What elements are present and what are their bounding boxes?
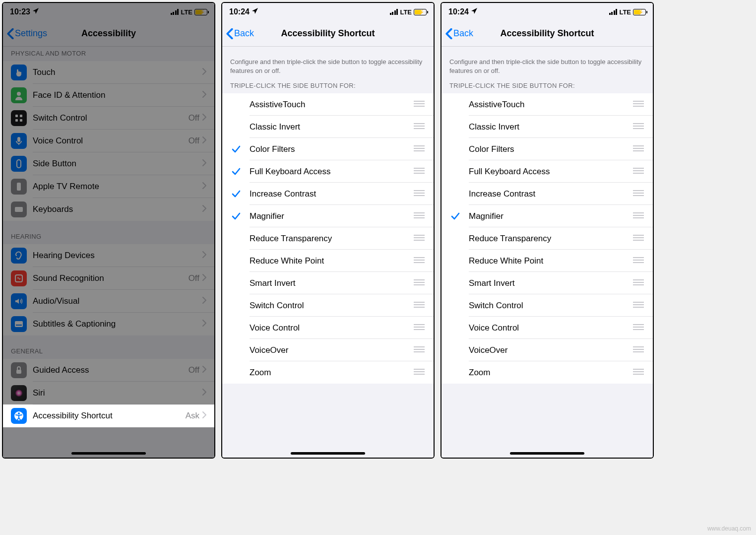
shortcut-row[interactable]: Reduce Transparency bbox=[441, 227, 653, 250]
back-button[interactable]: Back bbox=[222, 28, 254, 39]
shortcut-row[interactable]: Increase Contrast bbox=[222, 183, 434, 205]
home-indicator[interactable] bbox=[510, 452, 584, 455]
drag-handle-icon[interactable] bbox=[631, 123, 646, 132]
chevron-right-icon bbox=[202, 366, 206, 375]
shortcut-row[interactable]: Full Keyboard Access bbox=[222, 160, 434, 183]
drag-handle-icon[interactable] bbox=[631, 324, 646, 333]
shortcut-row[interactable]: Color Filters bbox=[441, 138, 653, 160]
shortcut-row[interactable]: VoiceOver bbox=[222, 339, 434, 361]
shortcut-row[interactable]: Magnifier bbox=[222, 205, 434, 227]
row-audio-visual[interactable]: Audio/Visual bbox=[3, 290, 214, 313]
drag-handle-icon[interactable] bbox=[412, 279, 427, 288]
row-apple-tv-remote[interactable]: Apple TV Remote bbox=[3, 175, 214, 198]
drag-handle-icon[interactable] bbox=[631, 212, 646, 221]
row-touch[interactable]: Touch bbox=[3, 61, 214, 84]
nav-bar: Settings Accessibility bbox=[3, 21, 214, 47]
remote-icon bbox=[11, 179, 27, 195]
ear-icon bbox=[11, 248, 27, 264]
row-sound-recognition[interactable]: Sound Recognition Off bbox=[3, 267, 214, 290]
row-guided-access[interactable]: Guided Access Off bbox=[3, 359, 214, 382]
drag-handle-icon[interactable] bbox=[631, 234, 646, 243]
shortcut-row[interactable]: AssistiveTouch bbox=[441, 93, 653, 116]
status-bar: 10:24 LTE ⚡ bbox=[222, 3, 434, 21]
side-button-icon bbox=[11, 156, 27, 172]
shortcut-row[interactable]: AssistiveTouch bbox=[222, 93, 434, 116]
row-hearing-devices[interactable]: Hearing Devices bbox=[3, 244, 214, 267]
status-bar: 10:23 LTE ⚡ bbox=[3, 3, 214, 21]
drag-handle-icon[interactable] bbox=[631, 167, 646, 176]
drag-handle-icon[interactable] bbox=[631, 257, 646, 266]
back-label: Back bbox=[453, 28, 473, 39]
row-label: Accessibility Shortcut bbox=[33, 411, 186, 421]
shortcut-label: Magnifier bbox=[250, 211, 412, 221]
voice-icon bbox=[11, 133, 27, 149]
shortcut-row[interactable]: Full Keyboard Access bbox=[441, 160, 653, 183]
drag-handle-icon[interactable] bbox=[412, 212, 427, 221]
drag-handle-icon[interactable] bbox=[412, 145, 427, 154]
drag-handle-icon[interactable] bbox=[412, 324, 427, 333]
switch-icon bbox=[11, 110, 27, 126]
home-indicator[interactable] bbox=[71, 452, 146, 455]
home-indicator[interactable] bbox=[291, 452, 365, 455]
shortcut-row[interactable]: Magnifier bbox=[441, 205, 653, 227]
row-switch-control[interactable]: Switch Control Off bbox=[3, 107, 214, 130]
row-label: Side Button bbox=[33, 159, 202, 169]
shortcut-row[interactable]: Reduce White Point bbox=[441, 250, 653, 272]
drag-handle-icon[interactable] bbox=[412, 346, 427, 355]
shortcut-row[interactable]: Switch Control bbox=[222, 294, 434, 317]
drag-handle-icon[interactable] bbox=[412, 301, 427, 310]
shortcut-label: AssistiveTouch bbox=[469, 100, 631, 110]
shortcut-row[interactable]: Voice Control bbox=[441, 317, 653, 339]
shortcut-row[interactable]: Zoom bbox=[441, 361, 653, 384]
shortcut-row[interactable]: Classic Invert bbox=[222, 116, 434, 138]
shortcut-label: Zoom bbox=[469, 368, 631, 378]
row-side-button[interactable]: Side Button bbox=[3, 152, 214, 175]
checkmark-icon bbox=[222, 145, 250, 154]
shortcut-row[interactable]: Zoom bbox=[222, 361, 434, 384]
drag-handle-icon[interactable] bbox=[412, 368, 427, 377]
checkmark-icon bbox=[222, 190, 250, 199]
drag-handle-icon[interactable] bbox=[631, 346, 646, 355]
back-button[interactable]: Back bbox=[441, 28, 473, 39]
drag-handle-icon[interactable] bbox=[631, 279, 646, 288]
shortcut-row[interactable]: Color Filters bbox=[222, 138, 434, 160]
shortcut-label: Voice Control bbox=[250, 323, 412, 333]
shortcut-row[interactable]: Switch Control bbox=[441, 294, 653, 317]
row-accessibility-shortcut[interactable]: Accessibility Shortcut Ask bbox=[3, 404, 214, 427]
chevron-right-icon bbox=[202, 182, 206, 191]
nav-bar: Back Accessibility Shortcut bbox=[441, 21, 653, 47]
drag-handle-icon[interactable] bbox=[412, 123, 427, 132]
drag-handle-icon[interactable] bbox=[412, 190, 427, 199]
row-subtitles[interactable]: Subtitles & Captioning bbox=[3, 313, 214, 335]
drag-handle-icon[interactable] bbox=[631, 145, 646, 154]
row-siri[interactable]: Siri bbox=[3, 382, 214, 404]
drag-handle-icon[interactable] bbox=[631, 301, 646, 310]
shortcut-row[interactable]: Voice Control bbox=[222, 317, 434, 339]
shortcut-row[interactable]: Increase Contrast bbox=[441, 183, 653, 205]
shortcut-row[interactable]: Classic Invert bbox=[441, 116, 653, 138]
drag-handle-icon[interactable] bbox=[412, 234, 427, 243]
row-voice-control[interactable]: Voice Control Off bbox=[3, 130, 214, 152]
section-header-hearing: HEARING bbox=[3, 221, 214, 244]
shortcut-row[interactable]: Reduce Transparency bbox=[222, 227, 434, 250]
drag-handle-icon[interactable] bbox=[412, 257, 427, 266]
shortcut-row[interactable]: Smart Invert bbox=[441, 272, 653, 294]
row-label: Siri bbox=[33, 388, 202, 398]
row-label: Audio/Visual bbox=[33, 296, 202, 306]
back-button[interactable]: Settings bbox=[3, 28, 47, 39]
row-value: Off bbox=[189, 136, 199, 146]
drag-handle-icon[interactable] bbox=[631, 100, 646, 109]
chevron-right-icon bbox=[202, 68, 206, 77]
battery-icon: ⚡ bbox=[194, 9, 207, 15]
drag-handle-icon[interactable] bbox=[412, 100, 427, 109]
drag-handle-icon[interactable] bbox=[631, 190, 646, 199]
drag-handle-icon[interactable] bbox=[631, 368, 646, 377]
row-faceid[interactable]: Face ID & Attention bbox=[3, 84, 214, 107]
checkmark-icon bbox=[222, 167, 250, 176]
shortcut-row[interactable]: Reduce White Point bbox=[222, 250, 434, 272]
drag-handle-icon[interactable] bbox=[412, 167, 427, 176]
row-keyboards[interactable]: Keyboards bbox=[3, 198, 214, 221]
shortcut-label: VoiceOver bbox=[250, 345, 412, 355]
shortcut-row[interactable]: Smart Invert bbox=[222, 272, 434, 294]
shortcut-row[interactable]: VoiceOver bbox=[441, 339, 653, 361]
